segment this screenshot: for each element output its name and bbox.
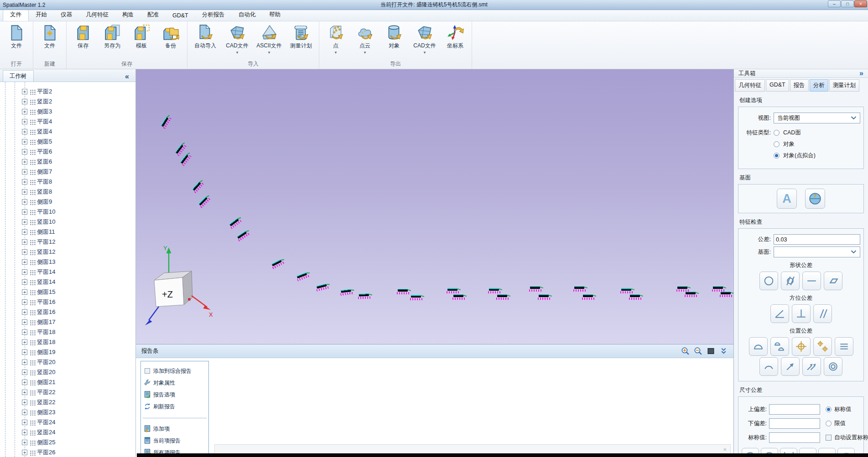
ribbon-button-4-1[interactable]: 点云▾ [350,22,379,55]
expand-icon[interactable]: + [22,259,27,265]
tree-item-26[interactable]: +侧面19 [0,347,135,357]
toolbox-tab-1[interactable]: GD&T [766,79,789,92]
toolbox-tab-2[interactable]: 报告 [790,79,809,92]
ribbon-button-4-0[interactable]: 点▾ [321,22,350,55]
expand-icon[interactable]: + [22,99,27,104]
measure-feature-mark-7[interactable] [271,257,287,270]
feature-type-option-0[interactable]: CAD面 [774,129,860,137]
tree-item-19[interactable]: +竖面14 [0,277,135,287]
measure-feature-mark-14[interactable] [447,288,461,294]
tree-item-17[interactable]: +侧面13 [0,257,135,267]
measure-feature-mark-16[interactable] [488,288,503,294]
measure-feature-mark-22[interactable] [620,288,635,294]
tree-item-20[interactable]: +侧面15 [0,287,135,297]
expand-icon[interactable]: + [22,400,27,405]
expand-icon[interactable]: + [22,380,27,385]
tree-item-22[interactable]: +竖面16 [0,307,135,317]
tree-item-4[interactable]: +竖面4 [0,127,135,137]
menu-item-7[interactable]: 分析报告 [195,9,232,21]
measure-feature-mark-19[interactable] [538,294,552,301]
tree-item-28[interactable]: +竖面20 [0,367,135,377]
menu-item-3[interactable]: 几何特征 [79,9,115,21]
tree-item-23[interactable]: +侧面17 [0,317,135,327]
expand-icon[interactable]: + [22,370,27,375]
expand-icon[interactable]: + [22,269,27,275]
expand-icon[interactable]: + [22,169,27,175]
angularity-button[interactable] [770,304,789,323]
measure-feature-mark-25[interactable] [685,292,699,298]
expand-icon[interactable]: + [22,329,27,335]
straightness-button[interactable] [802,272,821,290]
datum-a-button[interactable]: A [777,189,797,209]
tree-item-2[interactable]: +侧面3 [0,107,135,117]
viewport[interactable]: Y +Z X [136,69,733,344]
strip-close-icon[interactable]: × [723,446,727,453]
menu-item-4[interactable]: 构造 [115,9,140,21]
expand-icon[interactable]: + [22,209,27,215]
measure-feature-mark-0[interactable] [161,114,174,130]
ribbon-button-4-2[interactable]: 对象 [379,22,409,50]
measure-feature-mark-23[interactable] [629,294,644,301]
tree-item-21[interactable]: +平面16 [0,297,135,307]
zoom-out-icon[interactable] [694,347,702,355]
nominal-value-input[interactable] [769,432,820,443]
feature-type-option-1[interactable]: 对象 [774,140,860,148]
ribbon-button-0-0[interactable]: 文件 [2,22,31,50]
expand-icon[interactable]: + [22,420,27,425]
measure-feature-mark-9[interactable] [316,282,331,292]
position-button[interactable] [792,337,811,356]
flatness-button[interactable] [824,272,842,290]
expand-icon[interactable]: + [22,129,27,134]
toolbox-tab-0[interactable]: 几何特征 [735,79,765,92]
tree-item-7[interactable]: +竖面6 [0,157,135,167]
measure-feature-mark-4[interactable] [198,194,213,209]
symmetry-button[interactable] [835,337,853,356]
measure-feature-mark-6[interactable] [236,229,252,242]
tree-item-31[interactable]: +竖面22 [0,397,135,407]
expand-icon[interactable]: + [22,390,27,395]
collapse-left-panel-icon[interactable]: « [125,72,135,82]
measure-feature-mark-18[interactable] [529,286,544,293]
tree-item-6[interactable]: +平面6 [0,147,135,157]
expand-icon[interactable]: + [22,279,27,285]
tolerance-input[interactable] [774,234,860,245]
expand-icon[interactable]: + [22,229,27,235]
expand-icon[interactable]: + [22,410,27,415]
composite-position-button[interactable] [813,337,832,356]
feature-type-option-2[interactable]: 对象(点拟合) [774,152,860,159]
measure-feature-mark-17[interactable] [496,294,511,301]
report-action-report-add[interactable]: 添加项 [143,423,207,435]
lower-deviation-input[interactable] [769,418,820,429]
expand-icon[interactable]: + [22,179,27,185]
expand-icon[interactable]: + [22,289,27,295]
expand-icon[interactable]: + [22,219,27,225]
view-select[interactable]: 当前视图 [774,113,860,123]
measure-feature-mark-11[interactable] [358,293,373,300]
expand-icon[interactable]: + [22,159,27,164]
tree-item-29[interactable]: +侧面21 [0,377,135,387]
tree-item-9[interactable]: +平面8 [0,177,135,187]
ribbon-button-2-3[interactable]: 备份 [156,22,185,50]
tree-item-11[interactable]: +侧面9 [0,197,135,207]
zoom-in-icon[interactable] [681,347,690,355]
measure-feature-mark-8[interactable] [296,271,312,282]
expand-icon[interactable]: + [22,440,27,445]
menu-item-1[interactable]: 开始 [29,9,54,21]
menu-item-2[interactable]: 仪器 [54,9,79,21]
expand-icon[interactable]: + [22,139,27,144]
expand-icon[interactable]: + [22,119,27,124]
datum-select[interactable] [774,246,860,257]
tree-item-24[interactable]: +平面18 [0,327,135,337]
expand-icon[interactable]: + [22,109,27,114]
measure-feature-mark-13[interactable] [410,295,425,301]
expand-icon[interactable]: + [22,319,27,325]
limit-radio[interactable] [826,421,832,426]
expand-icon[interactable]: + [22,89,27,94]
fullscreen-icon[interactable] [707,347,715,355]
tree-item-32[interactable]: +侧面23 [0,407,135,417]
measure-feature-mark-12[interactable] [397,289,411,295]
tree-item-3[interactable]: +平面4 [0,117,135,127]
report-action-report-options[interactable]: 报告选项 [143,389,207,401]
menu-item-0[interactable]: 文件 [3,9,29,21]
expand-icon[interactable]: + [22,450,27,455]
